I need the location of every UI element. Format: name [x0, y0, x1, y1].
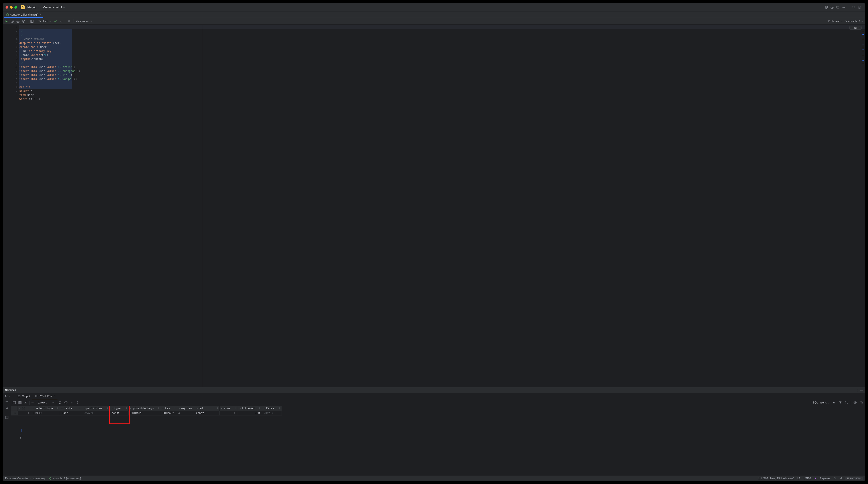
transpose-icon[interactable]: [18, 401, 22, 405]
cell[interactable]: user: [60, 411, 82, 416]
column-header[interactable]: ▭ref÷: [194, 406, 220, 411]
window-controls: [5, 6, 17, 9]
import-icon[interactable]: [838, 401, 842, 405]
schema-selector[interactable]: db_test ⌄: [828, 20, 843, 23]
svg-point-3: [842, 7, 843, 7]
tab-options[interactable]: ⋮: [861, 12, 865, 18]
extractor-dropdown[interactable]: SQL Inserts: [813, 401, 830, 404]
reload-icon[interactable]: [58, 401, 62, 405]
next-page-icon[interactable]: ›: [50, 401, 50, 404]
result-grid[interactable]: ▭id÷▭select_type÷▭table÷▭partitions÷▭typ…: [11, 406, 865, 475]
last-page-icon[interactable]: ⇥: [52, 401, 54, 404]
svg-rect-25: [71, 402, 72, 403]
panel-options-icon[interactable]: ⋮: [856, 389, 859, 392]
cell[interactable]: 4: [176, 411, 194, 416]
stop-query-icon[interactable]: [70, 401, 74, 405]
readonly-icon[interactable]: [833, 477, 836, 480]
view-mode-icon[interactable]: [30, 20, 34, 23]
cell[interactable]: 1: [220, 411, 238, 416]
problems-widget[interactable]: ✓13ˆˇ: [849, 26, 862, 30]
column-header[interactable]: ▭select_type÷: [31, 406, 60, 411]
cell[interactable]: SIMPLE: [31, 411, 60, 416]
run-config-icon[interactable]: [829, 4, 835, 10]
database-icon[interactable]: [824, 4, 829, 10]
settings-icon[interactable]: [857, 4, 863, 10]
layout-rail-icon[interactable]: [5, 416, 9, 419]
svg-point-4: [843, 7, 844, 7]
caret-position[interactable]: 1:1 (307 chars, 15 line breaks): [758, 477, 794, 480]
cell[interactable]: PRIMARY: [129, 411, 161, 416]
status-bar: Database Consoles› local-mysql› console_…: [3, 475, 865, 481]
expand-marker[interactable]: ›: [20, 436, 21, 440]
panel-minimize-icon[interactable]: —: [860, 389, 863, 392]
column-header[interactable]: ▭Extra÷: [262, 406, 282, 411]
column-header[interactable]: ▭key÷: [161, 406, 176, 411]
close-result-tab[interactable]: ×: [54, 395, 55, 398]
expand-marker[interactable]: ›: [20, 433, 21, 436]
tab-output[interactable]: Output: [15, 393, 32, 399]
rows-dropdown[interactable]: 1 row: [38, 401, 48, 404]
more-icon[interactable]: [841, 4, 846, 10]
cell[interactable]: PRIMARY: [161, 411, 176, 416]
column-header[interactable]: ▭filtered÷: [238, 406, 262, 411]
ai-icon[interactable]: ✦: [814, 477, 816, 480]
code-editor[interactable]: 12✓3✓45678✓9✓10✓11✓1213✓14151617 -- cons…: [3, 25, 865, 387]
pin-icon[interactable]: [75, 401, 80, 405]
column-header[interactable]: ▭possible_keys÷: [129, 406, 161, 411]
encoding[interactable]: UTF-8: [804, 477, 811, 480]
project-menu[interactable]: datagrip: [26, 5, 40, 9]
tab-console[interactable]: console_1 [local-mysql] ×: [4, 12, 43, 18]
table-view-icon[interactable]: [12, 401, 16, 405]
minimize-window[interactable]: [10, 6, 13, 9]
line-separator[interactable]: LF: [798, 477, 801, 480]
result-area: Tx › Output Result 28-7 × ⇤ ‹ 1 row › ⇥: [3, 393, 865, 475]
search-icon[interactable]: [851, 4, 857, 10]
close-tab[interactable]: ×: [39, 13, 41, 16]
column-header[interactable]: ▭partitions÷: [82, 406, 110, 411]
vcs-menu[interactable]: Version control: [43, 5, 65, 9]
session-selector[interactable]: console_1 ⌄: [845, 20, 863, 23]
column-header[interactable]: ▭rows÷: [220, 406, 238, 411]
session-dropdown[interactable]: Playground: [76, 20, 92, 23]
first-page-icon[interactable]: ⇤: [32, 401, 34, 404]
history-icon[interactable]: [10, 20, 14, 23]
rollback-icon[interactable]: [59, 20, 63, 23]
cancel-query-icon[interactable]: [64, 401, 68, 405]
cell[interactable]: 1: [18, 411, 31, 416]
files-icon[interactable]: [835, 4, 841, 10]
commit-icon[interactable]: [54, 20, 57, 23]
column-header[interactable]: ▭table÷: [60, 406, 82, 411]
close-window[interactable]: [5, 6, 8, 9]
prev-page-icon[interactable]: ‹: [35, 401, 36, 404]
settings-gear-icon[interactable]: [22, 20, 26, 23]
column-header[interactable]: ▭key_len÷: [176, 406, 194, 411]
cell[interactable]: const: [110, 411, 129, 416]
explain-icon[interactable]: [16, 20, 20, 23]
maximize-window[interactable]: [14, 6, 17, 9]
chart-icon[interactable]: [24, 401, 28, 405]
rollback-rail-icon[interactable]: [5, 400, 9, 404]
notifications-icon[interactable]: [839, 477, 842, 480]
eye-icon[interactable]: [853, 401, 857, 405]
svg-rect-14: [68, 21, 70, 22]
stop-icon[interactable]: [67, 20, 71, 23]
stop-rail-icon[interactable]: [5, 406, 9, 410]
code-area[interactable]: -- const 类型测试 drop table if exists user;…: [19, 25, 865, 387]
column-header[interactable]: ▭id÷: [18, 406, 31, 411]
cell[interactable]: <null>: [262, 411, 282, 416]
sql-file-icon: [6, 13, 9, 16]
tab-result[interactable]: Result 28-7 ×: [32, 393, 58, 399]
indent[interactable]: 4 spaces: [819, 477, 830, 480]
memory-indicator[interactable]: 413 of 1800M: [845, 477, 863, 480]
cell[interactable]: 100: [238, 411, 262, 416]
compare-icon[interactable]: [844, 401, 848, 405]
export-icon[interactable]: [832, 401, 836, 405]
breadcrumb[interactable]: Database Consoles› local-mysql› console_…: [5, 477, 81, 480]
cell[interactable]: <null>: [82, 411, 110, 416]
tx-mode-dropdown[interactable]: Tx: Auto: [38, 20, 51, 23]
grid-settings-icon[interactable]: [859, 401, 863, 405]
ok-icon[interactable]: [5, 394, 9, 398]
run-button[interactable]: [5, 20, 8, 23]
cell[interactable]: const: [194, 411, 220, 416]
column-header[interactable]: ▭type÷: [110, 406, 129, 411]
